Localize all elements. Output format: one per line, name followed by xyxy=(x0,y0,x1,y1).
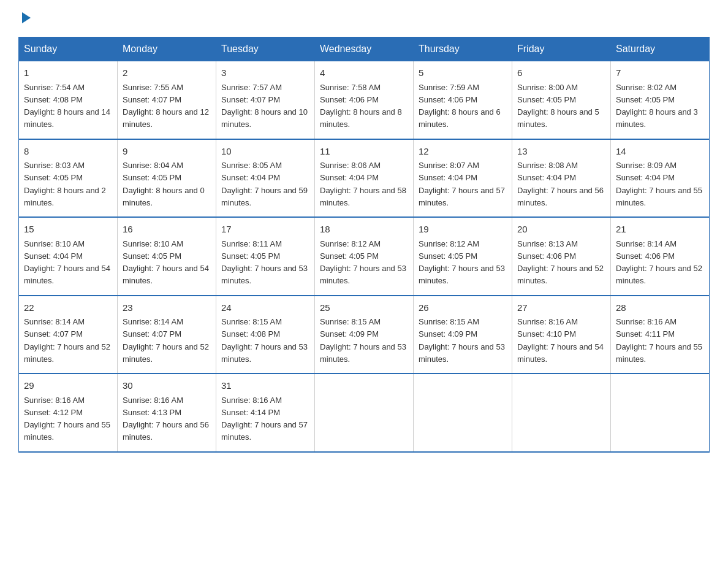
day-number: 23 xyxy=(123,301,211,315)
calendar-cell: 24Sunrise: 8:15 AMSunset: 4:08 PMDayligh… xyxy=(216,296,315,374)
calendar-cell: 25Sunrise: 8:15 AMSunset: 4:09 PMDayligh… xyxy=(315,296,414,374)
day-number: 10 xyxy=(221,145,309,159)
calendar-week-row: 8Sunrise: 8:03 AMSunset: 4:05 PMDaylight… xyxy=(19,139,710,218)
calendar-cell: 4Sunrise: 7:58 AMSunset: 4:06 PMDaylight… xyxy=(315,61,414,139)
day-info: Sunrise: 7:54 AMSunset: 4:08 PMDaylight:… xyxy=(24,83,110,129)
calendar-cell: 5Sunrise: 7:59 AMSunset: 4:06 PMDaylight… xyxy=(414,61,512,139)
calendar-cell: 27Sunrise: 8:16 AMSunset: 4:10 PMDayligh… xyxy=(512,296,611,374)
day-info: Sunrise: 8:10 AMSunset: 4:04 PMDaylight:… xyxy=(24,239,110,286)
day-info: Sunrise: 8:00 AMSunset: 4:05 PMDaylight:… xyxy=(517,83,599,129)
day-number: 2 xyxy=(123,66,211,80)
day-number: 21 xyxy=(616,223,704,237)
day-number: 5 xyxy=(419,66,507,80)
calendar-cell: 10Sunrise: 8:05 AMSunset: 4:04 PMDayligh… xyxy=(216,139,315,218)
day-info: Sunrise: 8:08 AMSunset: 4:04 PMDaylight:… xyxy=(517,161,604,207)
calendar-cell xyxy=(512,373,611,452)
day-number: 11 xyxy=(320,145,408,159)
day-number: 27 xyxy=(517,301,605,315)
day-number: 16 xyxy=(123,223,211,237)
calendar-cell: 6Sunrise: 8:00 AMSunset: 4:05 PMDaylight… xyxy=(512,61,611,139)
day-info: Sunrise: 7:58 AMSunset: 4:06 PMDaylight:… xyxy=(320,83,402,129)
calendar-cell: 30Sunrise: 8:16 AMSunset: 4:13 PMDayligh… xyxy=(118,373,216,452)
calendar-cell: 7Sunrise: 8:02 AMSunset: 4:05 PMDaylight… xyxy=(611,61,710,139)
weekday-header-monday: Monday xyxy=(118,37,216,61)
calendar-cell: 23Sunrise: 8:14 AMSunset: 4:07 PMDayligh… xyxy=(118,296,216,374)
day-number: 9 xyxy=(123,145,211,159)
day-info: Sunrise: 8:15 AMSunset: 4:09 PMDaylight:… xyxy=(419,317,505,364)
calendar-cell: 20Sunrise: 8:13 AMSunset: 4:06 PMDayligh… xyxy=(512,217,611,296)
day-number: 4 xyxy=(320,66,408,80)
page-header xyxy=(18,12,710,25)
calendar-cell: 13Sunrise: 8:08 AMSunset: 4:04 PMDayligh… xyxy=(512,139,611,218)
calendar-cell: 29Sunrise: 8:16 AMSunset: 4:12 PMDayligh… xyxy=(19,373,118,452)
weekday-header-sunday: Sunday xyxy=(19,37,118,61)
day-number: 7 xyxy=(616,66,704,80)
day-number: 15 xyxy=(24,223,112,237)
day-number: 31 xyxy=(221,379,309,393)
weekday-header-saturday: Saturday xyxy=(611,37,710,61)
day-info: Sunrise: 8:16 AMSunset: 4:14 PMDaylight:… xyxy=(221,396,308,442)
day-number: 26 xyxy=(419,301,507,315)
calendar-cell: 12Sunrise: 8:07 AMSunset: 4:04 PMDayligh… xyxy=(414,139,512,218)
day-number: 14 xyxy=(616,145,704,159)
day-number: 8 xyxy=(24,145,112,159)
weekday-header-tuesday: Tuesday xyxy=(216,37,315,61)
calendar-week-row: 22Sunrise: 8:14 AMSunset: 4:07 PMDayligh… xyxy=(19,296,710,374)
day-number: 22 xyxy=(24,301,112,315)
calendar-cell: 1Sunrise: 7:54 AMSunset: 4:08 PMDaylight… xyxy=(19,61,118,139)
day-info: Sunrise: 8:03 AMSunset: 4:05 PMDaylight:… xyxy=(24,161,106,207)
calendar-cell: 15Sunrise: 8:10 AMSunset: 4:04 PMDayligh… xyxy=(19,217,118,296)
calendar-header-row: SundayMondayTuesdayWednesdayThursdayFrid… xyxy=(19,37,710,61)
calendar-cell: 18Sunrise: 8:12 AMSunset: 4:05 PMDayligh… xyxy=(315,217,414,296)
calendar-cell: 3Sunrise: 7:57 AMSunset: 4:07 PMDaylight… xyxy=(216,61,315,139)
day-number: 17 xyxy=(221,223,309,237)
calendar-cell: 19Sunrise: 8:12 AMSunset: 4:05 PMDayligh… xyxy=(414,217,512,296)
calendar-cell: 17Sunrise: 8:11 AMSunset: 4:05 PMDayligh… xyxy=(216,217,315,296)
day-info: Sunrise: 8:15 AMSunset: 4:08 PMDaylight:… xyxy=(221,317,308,364)
day-number: 20 xyxy=(517,223,605,237)
calendar-cell: 31Sunrise: 8:16 AMSunset: 4:14 PMDayligh… xyxy=(216,373,315,452)
calendar-table: SundayMondayTuesdayWednesdayThursdayFrid… xyxy=(18,37,710,453)
day-info: Sunrise: 7:59 AMSunset: 4:06 PMDaylight:… xyxy=(419,83,501,129)
day-info: Sunrise: 8:14 AMSunset: 4:07 PMDaylight:… xyxy=(123,317,209,364)
weekday-header-friday: Friday xyxy=(512,37,611,61)
weekday-header-thursday: Thursday xyxy=(414,37,512,61)
day-info: Sunrise: 8:05 AMSunset: 4:04 PMDaylight:… xyxy=(221,161,308,207)
svg-marker-0 xyxy=(22,12,31,23)
calendar-cell: 16Sunrise: 8:10 AMSunset: 4:05 PMDayligh… xyxy=(118,217,216,296)
day-info: Sunrise: 7:55 AMSunset: 4:07 PMDaylight:… xyxy=(123,83,209,129)
calendar-week-row: 1Sunrise: 7:54 AMSunset: 4:08 PMDaylight… xyxy=(19,61,710,139)
calendar-cell: 26Sunrise: 8:15 AMSunset: 4:09 PMDayligh… xyxy=(414,296,512,374)
day-info: Sunrise: 8:16 AMSunset: 4:13 PMDaylight:… xyxy=(123,396,209,442)
day-number: 24 xyxy=(221,301,309,315)
calendar-week-row: 15Sunrise: 8:10 AMSunset: 4:04 PMDayligh… xyxy=(19,217,710,296)
calendar-cell: 14Sunrise: 8:09 AMSunset: 4:04 PMDayligh… xyxy=(611,139,710,218)
calendar-cell xyxy=(611,373,710,452)
day-number: 12 xyxy=(419,145,507,159)
day-info: Sunrise: 7:57 AMSunset: 4:07 PMDaylight:… xyxy=(221,83,308,129)
calendar-cell: 2Sunrise: 7:55 AMSunset: 4:07 PMDaylight… xyxy=(118,61,216,139)
calendar-week-row: 29Sunrise: 8:16 AMSunset: 4:12 PMDayligh… xyxy=(19,373,710,452)
day-number: 19 xyxy=(419,223,507,237)
logo xyxy=(18,12,33,25)
day-number: 30 xyxy=(123,379,211,393)
calendar-cell: 21Sunrise: 8:14 AMSunset: 4:06 PMDayligh… xyxy=(611,217,710,296)
day-info: Sunrise: 8:07 AMSunset: 4:04 PMDaylight:… xyxy=(419,161,505,207)
calendar-cell xyxy=(315,373,414,452)
calendar-cell: 9Sunrise: 8:04 AMSunset: 4:05 PMDaylight… xyxy=(118,139,216,218)
day-info: Sunrise: 8:15 AMSunset: 4:09 PMDaylight:… xyxy=(320,317,406,364)
calendar-cell: 22Sunrise: 8:14 AMSunset: 4:07 PMDayligh… xyxy=(19,296,118,374)
day-number: 1 xyxy=(24,66,112,80)
calendar-cell: 28Sunrise: 8:16 AMSunset: 4:11 PMDayligh… xyxy=(611,296,710,374)
day-number: 29 xyxy=(24,379,112,393)
day-info: Sunrise: 8:02 AMSunset: 4:05 PMDaylight:… xyxy=(616,83,698,129)
calendar-cell xyxy=(414,373,512,452)
day-info: Sunrise: 8:16 AMSunset: 4:11 PMDaylight:… xyxy=(616,317,702,364)
logo-arrow-icon xyxy=(20,11,33,25)
day-info: Sunrise: 8:06 AMSunset: 4:04 PMDaylight:… xyxy=(320,161,406,207)
day-info: Sunrise: 8:04 AMSunset: 4:05 PMDaylight:… xyxy=(123,161,205,207)
day-number: 18 xyxy=(320,223,408,237)
day-info: Sunrise: 8:16 AMSunset: 4:10 PMDaylight:… xyxy=(517,317,604,364)
weekday-header-wednesday: Wednesday xyxy=(315,37,414,61)
day-info: Sunrise: 8:14 AMSunset: 4:06 PMDaylight:… xyxy=(616,239,702,286)
